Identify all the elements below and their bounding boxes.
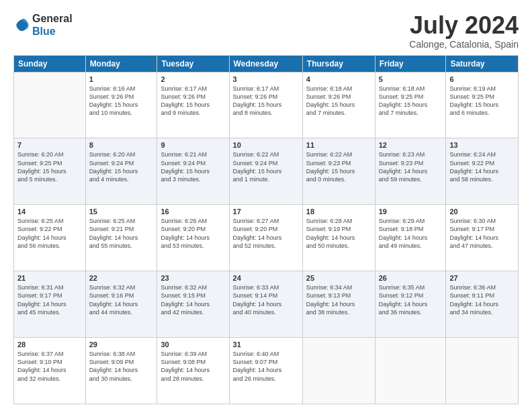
week-row-1: 1Sunrise: 6:16 AM Sunset: 9:26 PM Daylig… bbox=[14, 72, 519, 138]
day-info: Sunrise: 6:20 AM Sunset: 9:24 PM Dayligh… bbox=[89, 150, 154, 183]
main-title: July 2024 bbox=[409, 12, 519, 39]
day-number: 31 bbox=[233, 340, 299, 349]
day-number: 5 bbox=[379, 75, 443, 83]
day-info: Sunrise: 6:32 AM Sunset: 9:15 PM Dayligh… bbox=[161, 283, 225, 316]
day-number: 3 bbox=[233, 75, 299, 83]
day-info: Sunrise: 6:18 AM Sunset: 9:26 PM Dayligh… bbox=[306, 85, 371, 118]
week-row-2: 7Sunrise: 6:20 AM Sunset: 9:25 PM Daylig… bbox=[14, 138, 519, 205]
day-info: Sunrise: 6:29 AM Sunset: 9:18 PM Dayligh… bbox=[379, 217, 443, 250]
day-cell: 30Sunrise: 6:39 AM Sunset: 9:08 PM Dayli… bbox=[157, 338, 229, 404]
day-cell: 29Sunrise: 6:38 AM Sunset: 9:09 PM Dayli… bbox=[85, 338, 157, 404]
day-info: Sunrise: 6:22 AM Sunset: 9:23 PM Dayligh… bbox=[306, 150, 371, 183]
header-saturday: Saturday bbox=[446, 55, 519, 72]
day-cell: 23Sunrise: 6:32 AM Sunset: 9:15 PM Dayli… bbox=[157, 271, 229, 338]
day-info: Sunrise: 6:24 AM Sunset: 9:22 PM Dayligh… bbox=[449, 150, 515, 183]
day-cell: 19Sunrise: 6:29 AM Sunset: 9:18 PM Dayli… bbox=[375, 205, 446, 271]
day-cell: 24Sunrise: 6:33 AM Sunset: 9:14 PM Dayli… bbox=[229, 271, 302, 338]
day-info: Sunrise: 6:21 AM Sunset: 9:24 PM Dayligh… bbox=[161, 150, 225, 183]
day-cell: 16Sunrise: 6:26 AM Sunset: 9:20 PM Dayli… bbox=[157, 205, 229, 271]
day-cell bbox=[375, 338, 446, 404]
day-cell: 1Sunrise: 6:16 AM Sunset: 9:26 PM Daylig… bbox=[85, 72, 157, 138]
day-info: Sunrise: 6:26 AM Sunset: 9:20 PM Dayligh… bbox=[161, 217, 225, 250]
day-number: 24 bbox=[233, 274, 299, 282]
week-row-5: 28Sunrise: 6:37 AM Sunset: 9:10 PM Dayli… bbox=[14, 338, 519, 404]
logo-icon bbox=[13, 17, 30, 33]
subtitle: Calonge, Catalonia, Spain bbox=[409, 39, 519, 50]
day-number: 10 bbox=[233, 141, 299, 149]
day-number: 19 bbox=[379, 208, 443, 216]
day-number: 14 bbox=[17, 208, 82, 216]
day-info: Sunrise: 6:25 AM Sunset: 9:21 PM Dayligh… bbox=[89, 217, 154, 250]
day-number: 25 bbox=[306, 274, 371, 282]
day-cell: 27Sunrise: 6:36 AM Sunset: 9:11 PM Dayli… bbox=[446, 271, 519, 338]
day-number: 7 bbox=[17, 141, 82, 149]
day-number: 28 bbox=[17, 340, 82, 349]
day-info: Sunrise: 6:23 AM Sunset: 9:23 PM Dayligh… bbox=[379, 150, 443, 183]
day-number: 23 bbox=[161, 274, 225, 282]
day-cell: 22Sunrise: 6:32 AM Sunset: 9:16 PM Dayli… bbox=[85, 271, 157, 338]
day-cell: 7Sunrise: 6:20 AM Sunset: 9:25 PM Daylig… bbox=[14, 138, 86, 205]
day-cell bbox=[302, 338, 375, 404]
day-cell: 28Sunrise: 6:37 AM Sunset: 9:10 PM Dayli… bbox=[14, 338, 86, 404]
day-info: Sunrise: 6:39 AM Sunset: 9:08 PM Dayligh… bbox=[161, 350, 225, 383]
logo: General Blue bbox=[13, 12, 73, 38]
header-thursday: Thursday bbox=[302, 55, 375, 72]
day-number: 29 bbox=[89, 340, 154, 349]
header: General Blue July 2024 Calonge, Cataloni… bbox=[13, 12, 519, 50]
header-wednesday: Wednesday bbox=[229, 55, 302, 72]
day-info: Sunrise: 6:38 AM Sunset: 9:09 PM Dayligh… bbox=[89, 350, 154, 383]
day-info: Sunrise: 6:37 AM Sunset: 9:10 PM Dayligh… bbox=[17, 350, 82, 383]
logo-text: General Blue bbox=[32, 12, 73, 38]
day-cell bbox=[446, 338, 519, 404]
day-cell: 13Sunrise: 6:24 AM Sunset: 9:22 PM Dayli… bbox=[446, 138, 519, 205]
day-cell: 25Sunrise: 6:34 AM Sunset: 9:13 PM Dayli… bbox=[302, 271, 375, 338]
day-info: Sunrise: 6:36 AM Sunset: 9:11 PM Dayligh… bbox=[449, 283, 515, 316]
day-info: Sunrise: 6:22 AM Sunset: 9:24 PM Dayligh… bbox=[233, 150, 299, 183]
day-number: 30 bbox=[161, 340, 225, 349]
day-info: Sunrise: 6:17 AM Sunset: 9:26 PM Dayligh… bbox=[161, 85, 225, 118]
day-info: Sunrise: 6:17 AM Sunset: 9:26 PM Dayligh… bbox=[233, 85, 299, 118]
day-info: Sunrise: 6:25 AM Sunset: 9:22 PM Dayligh… bbox=[17, 217, 82, 250]
day-cell: 14Sunrise: 6:25 AM Sunset: 9:22 PM Dayli… bbox=[14, 205, 86, 271]
page: General Blue July 2024 Calonge, Cataloni… bbox=[0, 0, 532, 411]
header-monday: Monday bbox=[85, 55, 157, 72]
day-info: Sunrise: 6:33 AM Sunset: 9:14 PM Dayligh… bbox=[233, 283, 299, 316]
day-info: Sunrise: 6:40 AM Sunset: 9:07 PM Dayligh… bbox=[233, 350, 299, 383]
title-block: July 2024 Calonge, Catalonia, Spain bbox=[409, 12, 519, 50]
day-cell: 18Sunrise: 6:28 AM Sunset: 9:19 PM Dayli… bbox=[302, 205, 375, 271]
day-number: 2 bbox=[161, 75, 225, 83]
day-cell: 10Sunrise: 6:22 AM Sunset: 9:24 PM Dayli… bbox=[229, 138, 302, 205]
day-cell: 3Sunrise: 6:17 AM Sunset: 9:26 PM Daylig… bbox=[229, 72, 302, 138]
header-friday: Friday bbox=[375, 55, 446, 72]
day-number: 4 bbox=[306, 75, 371, 83]
day-number: 21 bbox=[17, 274, 82, 282]
day-cell: 15Sunrise: 6:25 AM Sunset: 9:21 PM Dayli… bbox=[85, 205, 157, 271]
day-cell: 2Sunrise: 6:17 AM Sunset: 9:26 PM Daylig… bbox=[157, 72, 229, 138]
day-number: 6 bbox=[449, 75, 515, 83]
day-number: 15 bbox=[89, 208, 154, 216]
day-info: Sunrise: 6:27 AM Sunset: 9:20 PM Dayligh… bbox=[233, 217, 299, 250]
day-info: Sunrise: 6:34 AM Sunset: 9:13 PM Dayligh… bbox=[306, 283, 371, 316]
week-row-4: 21Sunrise: 6:31 AM Sunset: 9:17 PM Dayli… bbox=[14, 271, 519, 338]
day-info: Sunrise: 6:16 AM Sunset: 9:26 PM Dayligh… bbox=[89, 85, 154, 118]
calendar: SundayMondayTuesdayWednesdayThursdayFrid… bbox=[13, 55, 519, 404]
day-cell: 6Sunrise: 6:19 AM Sunset: 9:25 PM Daylig… bbox=[446, 72, 519, 138]
day-number: 26 bbox=[379, 274, 443, 282]
day-cell bbox=[14, 72, 86, 138]
day-info: Sunrise: 6:19 AM Sunset: 9:25 PM Dayligh… bbox=[449, 85, 515, 118]
day-cell: 17Sunrise: 6:27 AM Sunset: 9:20 PM Dayli… bbox=[229, 205, 302, 271]
day-number: 1 bbox=[89, 75, 154, 83]
day-cell: 11Sunrise: 6:22 AM Sunset: 9:23 PM Dayli… bbox=[302, 138, 375, 205]
day-number: 9 bbox=[161, 141, 225, 149]
day-info: Sunrise: 6:31 AM Sunset: 9:17 PM Dayligh… bbox=[17, 283, 82, 316]
day-cell: 4Sunrise: 6:18 AM Sunset: 9:26 PM Daylig… bbox=[302, 72, 375, 138]
day-number: 11 bbox=[306, 141, 371, 149]
day-cell: 21Sunrise: 6:31 AM Sunset: 9:17 PM Dayli… bbox=[14, 271, 86, 338]
day-number: 18 bbox=[306, 208, 371, 216]
header-sunday: Sunday bbox=[14, 55, 86, 72]
day-number: 22 bbox=[89, 274, 154, 282]
day-cell: 26Sunrise: 6:35 AM Sunset: 9:12 PM Dayli… bbox=[375, 271, 446, 338]
day-number: 17 bbox=[233, 208, 299, 216]
day-cell: 8Sunrise: 6:20 AM Sunset: 9:24 PM Daylig… bbox=[85, 138, 157, 205]
logo-blue: Blue bbox=[32, 25, 73, 38]
